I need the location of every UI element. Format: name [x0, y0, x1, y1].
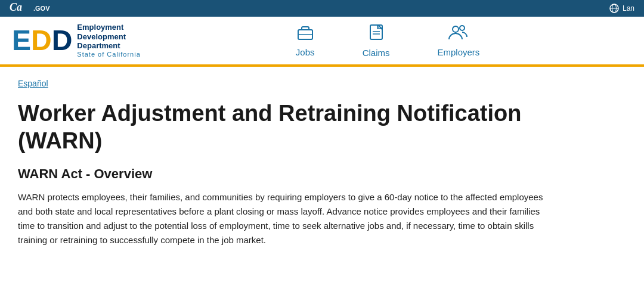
dept-state: State of California: [77, 51, 140, 58]
language-selector[interactable]: Lan: [609, 4, 634, 13]
language-label: Lan: [623, 4, 634, 13]
jobs-label: Jobs: [296, 47, 315, 57]
page-wrapper: Español Worker Adjustment and Retraining…: [0, 67, 644, 259]
top-bar: Ca .GOV Lan: [0, 0, 644, 17]
edd-d1-letter: D: [31, 26, 52, 55]
espanol-link[interactable]: Español: [18, 79, 566, 88]
nav-employers[interactable]: Employers: [437, 24, 479, 57]
main-content: Español Worker Adjustment and Retraining…: [0, 67, 584, 259]
globe-icon: [609, 4, 619, 13]
gov-text: .GOV: [33, 5, 50, 12]
svg-point-10: [453, 26, 459, 32]
claims-icon: [367, 23, 385, 45]
site-header: E D D Employment Development Department …: [0, 17, 644, 67]
main-nav: Jobs Claims: [143, 23, 632, 58]
ca-logo-text: Ca: [10, 1, 31, 16]
body-text: WARN protects employees, their families,…: [18, 190, 555, 247]
nav-jobs[interactable]: Jobs: [296, 24, 315, 57]
edd-d2-letter: D: [52, 26, 73, 55]
svg-text:Ca: Ca: [10, 1, 22, 13]
employers-icon: [448, 24, 469, 45]
dept-employment: Employment: [77, 23, 140, 32]
jobs-icon: [296, 24, 315, 45]
claims-label: Claims: [363, 48, 390, 58]
employers-label: Employers: [437, 47, 479, 57]
dept-department: Department: [77, 41, 140, 51]
edd-e-letter: E: [12, 26, 31, 55]
edd-dept-text: Employment Development Department State …: [77, 23, 140, 58]
section-title: WARN Act - Overview: [18, 166, 566, 182]
nav-claims[interactable]: Claims: [363, 23, 390, 58]
ca-gov-logo[interactable]: Ca .GOV: [10, 1, 50, 16]
svg-point-11: [460, 26, 465, 30]
page-title: Worker Adjustment and Retraining Notific…: [18, 100, 566, 154]
dept-development: Development: [77, 32, 140, 42]
edd-logo[interactable]: E D D Employment Development Department …: [12, 23, 143, 58]
